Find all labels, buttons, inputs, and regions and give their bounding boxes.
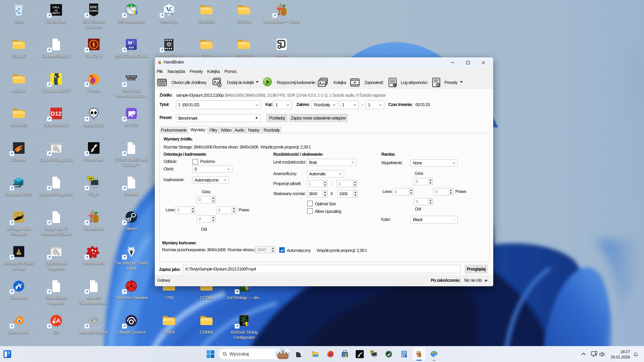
- svg-text:OF: OF: [55, 9, 58, 12]
- svg-text:sys: sys: [129, 45, 134, 49]
- svg-text:GAMES: GAMES: [90, 9, 98, 12]
- svg-text:99: 99: [89, 177, 92, 180]
- svg-text:REDEMPTION: REDEMPTION: [126, 79, 136, 80]
- svg-text:i: i: [394, 83, 395, 86]
- svg-text:EPIC: EPIC: [90, 5, 97, 9]
- svg-text:CALL: CALL: [52, 6, 60, 9]
- svg-text:RED DEAD: RED DEAD: [126, 75, 136, 77]
- svg-text:MAX: MAX: [14, 184, 20, 187]
- svg-text:VeraCrypt: VeraCrypt: [165, 12, 174, 14]
- svg-text:99: 99: [371, 351, 373, 353]
- svg-text:2: 2: [133, 40, 134, 43]
- svg-text:D12: D12: [51, 110, 62, 117]
- svg-text:DUTY: DUTY: [52, 11, 60, 14]
- svg-text:M: M: [128, 40, 132, 45]
